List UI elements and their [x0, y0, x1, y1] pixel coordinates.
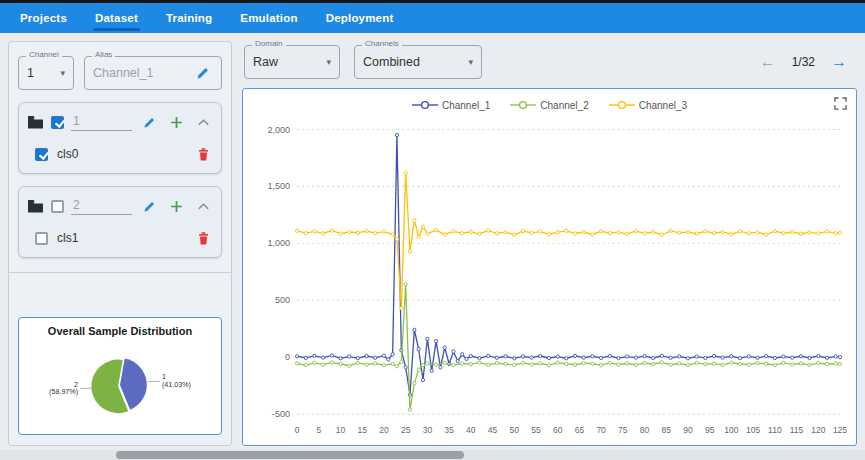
tab-emulation[interactable]: Emulation — [226, 3, 311, 33]
legend-marker-icon — [609, 100, 635, 110]
group-2-collapse-button[interactable] — [193, 196, 213, 216]
horizontal-scrollbar-thumb[interactable] — [116, 451, 464, 459]
svg-text:25: 25 — [401, 425, 411, 435]
line-chart-svg[interactable]: -50005001,0001,5002,00005101520253035404… — [249, 115, 850, 443]
svg-text:125: 125 — [833, 425, 847, 435]
svg-text:105: 105 — [746, 425, 760, 435]
group-card-1: 1 cls0 — [18, 102, 222, 174]
channels-select[interactable]: Channels Combined ▾ — [354, 45, 482, 79]
top-nav: Projects Dataset Training Emulation Depl… — [0, 3, 865, 33]
group-1-edit-button[interactable] — [139, 112, 159, 132]
domain-select-value: Raw — [253, 55, 278, 69]
cls1-checkbox[interactable] — [35, 232, 48, 245]
channel-select[interactable]: Channel 1 ▾ — [18, 56, 74, 90]
folder-icon — [27, 115, 44, 129]
pencil-icon — [196, 66, 210, 80]
group-1-add-button[interactable] — [166, 112, 186, 132]
svg-text:40: 40 — [466, 425, 476, 435]
tab-training[interactable]: Training — [152, 3, 226, 33]
fullscreen-button[interactable] — [834, 96, 847, 114]
svg-text:85: 85 — [662, 425, 672, 435]
alias-field-label: Alias — [92, 51, 115, 59]
svg-text:2(58.97%): 2(58.97%) — [49, 381, 78, 397]
group-2-name[interactable]: 2 — [71, 198, 132, 215]
alias-field-value: Channel_1 — [93, 66, 153, 80]
content: Channel 1 ▾ Alias Channel_1 1 — [0, 33, 865, 460]
svg-text:70: 70 — [596, 425, 606, 435]
right-panel: Domain Raw ▾ Channels Combined ▾ ← 1/32 … — [242, 41, 857, 446]
group-2-edit-button[interactable] — [139, 196, 159, 216]
distribution-title: Overall Sample Distribution — [23, 325, 217, 337]
chevron-up-icon — [197, 118, 210, 127]
sample-pager: ← 1/32 → — [760, 54, 855, 70]
svg-text:15: 15 — [358, 425, 368, 435]
group-2-add-button[interactable] — [166, 196, 186, 216]
svg-text:30: 30 — [423, 425, 433, 435]
legend-channel-2[interactable]: Channel_2 — [510, 100, 588, 111]
channels-select-label: Channels — [362, 40, 402, 48]
group-2-item-cls1: cls1 — [27, 228, 213, 248]
svg-text:90: 90 — [683, 425, 693, 435]
svg-text:500: 500 — [275, 295, 290, 305]
tab-projects[interactable]: Projects — [6, 3, 81, 33]
svg-text:75: 75 — [618, 425, 628, 435]
group-2-checkbox[interactable] — [51, 200, 64, 213]
tab-deployment[interactable]: Deployment — [312, 3, 408, 33]
svg-text:110: 110 — [768, 425, 782, 435]
legend-channel-1[interactable]: Channel_1 — [412, 100, 490, 111]
chart-toolbar: Domain Raw ▾ Channels Combined ▾ ← 1/32 … — [242, 41, 857, 79]
svg-text:2,000: 2,000 — [268, 124, 291, 134]
group-card-2: 2 cls1 — [18, 186, 222, 258]
tab-dataset[interactable]: Dataset — [81, 3, 152, 33]
cls1-delete-button[interactable] — [193, 228, 213, 248]
channel-alias-row: Channel 1 ▾ Alias Channel_1 — [18, 56, 222, 90]
fullscreen-icon — [834, 97, 847, 110]
svg-text:-500: -500 — [272, 409, 290, 419]
left-panel-divider — [9, 272, 231, 273]
svg-text:50: 50 — [510, 425, 520, 435]
trash-icon — [197, 147, 210, 161]
legend-label: Channel_3 — [639, 100, 687, 111]
svg-text:120: 120 — [811, 425, 825, 435]
svg-text:10: 10 — [336, 425, 346, 435]
svg-text:1,000: 1,000 — [268, 238, 291, 248]
alias-edit-button[interactable] — [193, 63, 213, 83]
chevron-down-icon: ▾ — [462, 57, 473, 67]
chart-legend: Channel_1 Channel_2 Channel_3 — [249, 95, 850, 115]
alias-field[interactable]: Alias Channel_1 — [84, 56, 222, 90]
svg-text:55: 55 — [531, 425, 541, 435]
pencil-icon — [143, 200, 156, 213]
channel-select-value: 1 — [27, 66, 34, 80]
pencil-icon — [143, 116, 156, 129]
app-root: Projects Dataset Training Emulation Depl… — [0, 0, 865, 460]
group-1-name[interactable]: 1 — [71, 114, 132, 131]
chevron-up-icon — [197, 202, 210, 211]
domain-select[interactable]: Domain Raw ▾ — [244, 45, 340, 79]
svg-text:0: 0 — [295, 425, 300, 435]
svg-text:20: 20 — [379, 425, 389, 435]
svg-text:95: 95 — [705, 425, 715, 435]
cls1-label: cls1 — [57, 231, 78, 245]
svg-text:100: 100 — [724, 425, 738, 435]
domain-select-label: Domain — [252, 40, 286, 48]
group-1-checkbox[interactable] — [51, 116, 64, 129]
trash-icon — [197, 231, 210, 245]
legend-marker-icon — [412, 100, 438, 110]
svg-text:1,500: 1,500 — [268, 181, 291, 191]
legend-label: Channel_2 — [540, 100, 588, 111]
group-2-header: 2 — [27, 196, 213, 216]
group-1-collapse-button[interactable] — [193, 112, 213, 132]
legend-label: Channel_1 — [442, 100, 490, 111]
left-panel: Channel 1 ▾ Alias Channel_1 1 — [8, 41, 232, 446]
svg-text:80: 80 — [640, 425, 650, 435]
channel-select-label: Channel — [26, 51, 62, 59]
svg-text:35: 35 — [444, 425, 454, 435]
cls0-delete-button[interactable] — [193, 144, 213, 164]
prev-sample-button[interactable]: ← — [760, 54, 776, 70]
legend-channel-3[interactable]: Channel_3 — [609, 100, 687, 111]
next-sample-button[interactable]: → — [831, 54, 847, 70]
folder-icon — [27, 199, 44, 213]
cls0-checkbox[interactable] — [35, 148, 48, 161]
horizontal-scrollbar — [0, 450, 865, 460]
svg-text:45: 45 — [488, 425, 498, 435]
